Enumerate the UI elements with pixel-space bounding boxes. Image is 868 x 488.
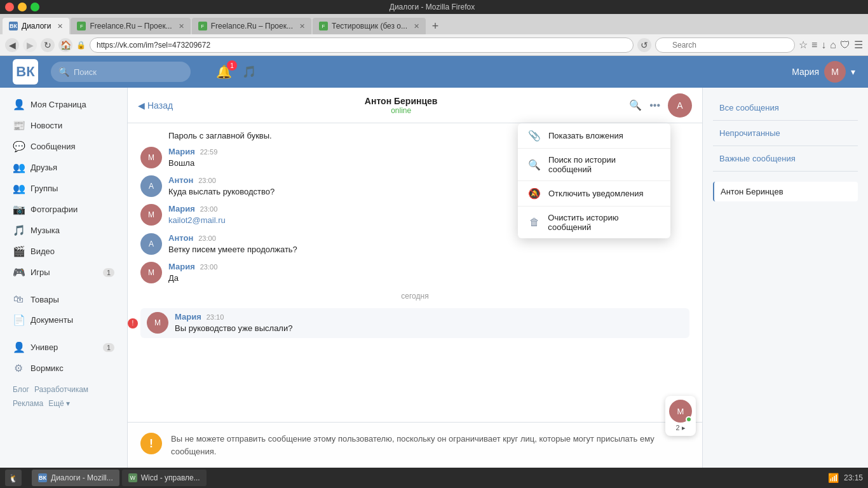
filter-important[interactable]: Важные сообщения <box>713 149 858 168</box>
search-input[interactable] <box>655 37 795 53</box>
context-menu-clear[interactable]: 🗑 Очистить историю сообщений <box>518 207 670 238</box>
back-btn[interactable]: ◀ <box>5 38 19 52</box>
max-btn[interactable] <box>31 3 39 11</box>
video-icon: 🎬 <box>13 245 24 257</box>
reload-btn[interactable]: ↺ <box>637 38 651 52</box>
message-text: Вошла <box>168 158 217 169</box>
chat-header-icons: 🔍 ••• <box>629 99 660 111</box>
taskbar-item-wicd[interactable]: W Wicd - управле... <box>122 470 207 486</box>
sidebar-item-music[interactable]: 🎵 Музыка <box>0 220 127 241</box>
back-label: Назад <box>147 100 173 111</box>
chat-more-btn[interactable]: ••• <box>649 100 660 111</box>
tab-close-btn[interactable]: ✕ <box>57 22 63 30</box>
message-time: 23:10 <box>207 313 224 321</box>
filter-divider1 <box>713 120 858 121</box>
chat-search-btn[interactable]: 🔍 <box>629 99 642 111</box>
message-avatar-anton: А <box>140 175 162 197</box>
sidebar-item-my-page[interactable]: 👤 Моя Страница <box>0 94 127 115</box>
sidebar-item-photos[interactable]: 📷 Фотографии <box>0 199 127 220</box>
tabbar: ВК Диалоги ✕ F Freelance.Ru – Проек... ✕… <box>0 14 868 34</box>
menu-btn[interactable]: ☰ <box>854 39 863 51</box>
sidebar-item-friends[interactable]: 👥 Друзья <box>0 157 127 178</box>
filter-all[interactable]: Все сообщения <box>713 98 858 118</box>
addr-icons: ☆ ≡ ↓ ⌂ 🛡 ☰ <box>799 39 863 51</box>
min-btn[interactable] <box>18 3 27 11</box>
start-btn[interactable]: 🐧 <box>5 470 22 486</box>
window-controls[interactable] <box>5 3 39 11</box>
taskbar: 🐧 ВК Диалоги - Mozill... W Wicd - управл… <box>0 468 868 488</box>
floating-avatar[interactable]: М 2 ▸ <box>665 396 696 436</box>
context-menu-search[interactable]: 🔍 Поиск по истории сообщений <box>518 149 670 180</box>
sidebar-item-univer[interactable]: 👤 Универ 1 <box>0 337 127 358</box>
music-icon: 🎵 <box>13 224 24 236</box>
message-header: Мария 22:59 <box>168 147 217 156</box>
forward-btn[interactable]: ▶ <box>23 38 37 52</box>
sidebar-item-shop[interactable]: 🛍 Товары <box>0 289 127 309</box>
context-menu-disable-notif[interactable]: 🔕 Отключить уведомления <box>518 181 670 206</box>
footer-more[interactable]: Ещё ▾ <box>48 399 70 408</box>
message-content: Мария 23:00 Да <box>168 262 217 284</box>
notifications-btn[interactable]: 🔔 1 <box>216 64 232 79</box>
sidebar-label-friends: Друзья <box>31 163 57 172</box>
context-menu-attachments[interactable]: 📎 Показать вложения <box>518 123 670 148</box>
email-link[interactable]: kailot2@mail.ru <box>168 215 226 225</box>
groups-icon: 👥 <box>13 182 24 194</box>
taskbar-item-dialogi[interactable]: ВК Диалоги - Mozill... <box>32 470 119 486</box>
tab-dialogi[interactable]: ВК Диалоги ✕ <box>3 18 69 34</box>
context-menu-label: Показать вложения <box>548 131 623 140</box>
home-btn[interactable]: 🏠 <box>58 38 72 52</box>
music-btn[interactable]: 🎵 <box>242 65 256 79</box>
user-dropdown-icon: ▾ <box>851 67 855 77</box>
vk-search-input[interactable] <box>51 62 191 82</box>
close-btn[interactable] <box>5 3 14 11</box>
active-contact[interactable]: Антон Беринцев <box>713 182 858 201</box>
warning-icon: ! <box>140 433 162 454</box>
sidebar-item-video[interactable]: 🎬 Видео <box>0 241 127 262</box>
sidebar-item-messages[interactable]: 💬 Сообщения <box>0 136 127 157</box>
back-to-messages-btn[interactable]: ◀ Назад <box>138 100 173 111</box>
vk-header: ВК 🔍 🔔 1 🎵 Мария М ▾ <box>0 56 868 88</box>
home-addr-btn[interactable]: ⌂ <box>830 39 836 51</box>
contact-info: Антон Беринцев online <box>180 96 621 115</box>
taskbar-icon-dialogi: ВК <box>38 473 47 482</box>
tab-freelance2[interactable]: F Freelance.Ru – Проек... ✕ <box>192 18 311 34</box>
footer-blog[interactable]: Блог <box>13 385 29 394</box>
friends-icon: 👥 <box>13 161 24 173</box>
user-menu[interactable]: Мария М ▾ <box>792 61 855 83</box>
download-btn[interactable]: ↓ <box>821 39 826 51</box>
tab-close-btn[interactable]: ✕ <box>179 22 184 30</box>
spacer <box>713 174 858 182</box>
footer-ad[interactable]: Реклама <box>13 399 43 408</box>
message-avatar-maria: М <box>140 147 162 168</box>
sidebar-label-univer: Универ <box>31 342 58 352</box>
filter-unread[interactable]: Непрочитанные <box>713 123 858 143</box>
vk-logo[interactable]: ВК <box>13 59 38 85</box>
footer-dev[interactable]: Разработчикам <box>34 385 88 394</box>
news-icon: 📰 <box>13 119 24 132</box>
titlebar: Диалоги - Mozilla Firefox <box>0 0 868 14</box>
reader-btn[interactable]: ≡ <box>811 39 817 51</box>
tab-close-btn[interactable]: ✕ <box>299 22 305 30</box>
message-text-plain: Пароль с заглавной буквы. <box>168 131 272 140</box>
shield-btn[interactable]: 🛡 <box>840 39 850 51</box>
tab-label: Freelance.Ru – Проек... <box>211 22 293 30</box>
right-sidebar: Все сообщения Непрочитанные Важные сообщ… <box>703 88 868 468</box>
bookmark-star-btn[interactable]: ☆ <box>799 39 808 51</box>
new-tab-btn[interactable]: + <box>427 18 444 34</box>
tab-tester[interactable]: F Тестировщик (без о... ✕ <box>313 18 426 34</box>
sidebar-item-wormix[interactable]: ⚙ Вормикс <box>0 358 127 379</box>
tab-freelance1[interactable]: F Freelance.Ru – Проек... ✕ <box>71 18 190 34</box>
vk-search-icon: 🔍 <box>58 67 69 77</box>
sidebar-item-games[interactable]: 🎮 Игры 1 <box>0 262 127 283</box>
refresh-btn[interactable]: ↻ <box>41 38 55 52</box>
sidebar-divider <box>0 283 127 289</box>
sidebar-item-news[interactable]: 📰 Новости <box>0 115 127 136</box>
message-header: Мария 23:00 <box>168 204 226 214</box>
sidebar-item-groups[interactable]: 👥 Группы <box>0 178 127 199</box>
sidebar-item-docs[interactable]: 📄 Документы <box>0 309 127 330</box>
message-row: М Мария 23:00 Да <box>140 262 689 284</box>
tab-close-btn[interactable]: ✕ <box>414 22 419 30</box>
url-input[interactable] <box>90 37 634 53</box>
sidebar-label-games: Игры <box>31 268 50 277</box>
secure-icon: 🔒 <box>76 41 86 50</box>
